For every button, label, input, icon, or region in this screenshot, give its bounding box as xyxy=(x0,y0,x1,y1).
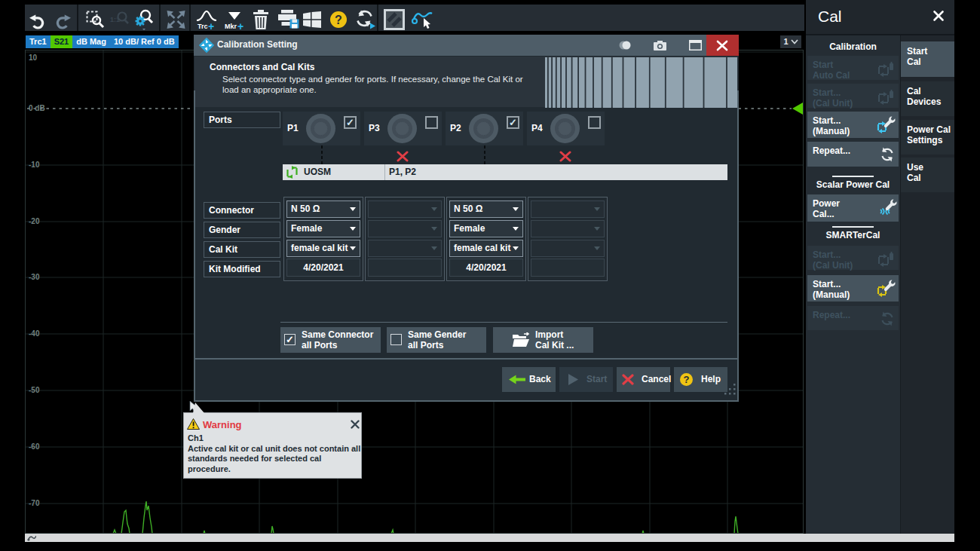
svg-text:+: + xyxy=(208,20,214,31)
svg-text:+: + xyxy=(237,20,243,31)
svg-text:Mkr: Mkr xyxy=(225,23,237,30)
svg-text:?: ? xyxy=(335,14,342,26)
svg-text:Trc: Trc xyxy=(198,23,208,30)
